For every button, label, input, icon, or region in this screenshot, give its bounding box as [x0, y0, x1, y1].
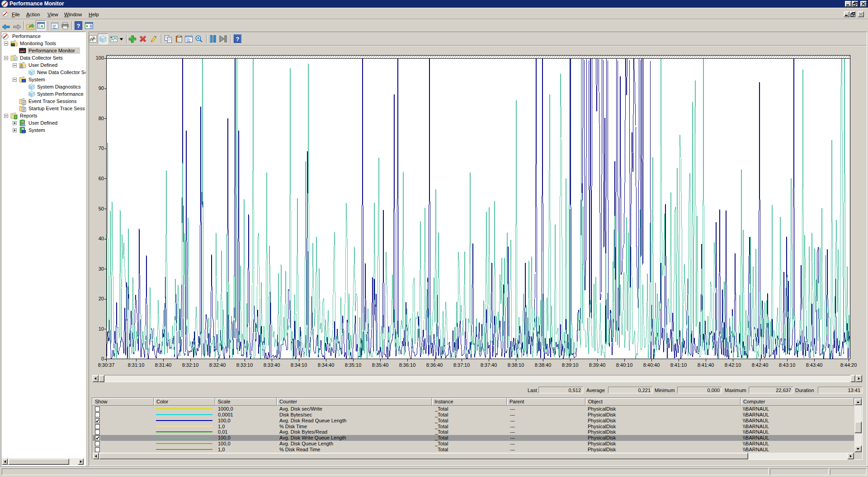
svg-text:?: ? — [77, 23, 80, 29]
svg-text:?: ? — [236, 36, 240, 42]
svg-text:01: 01 — [23, 110, 25, 112]
